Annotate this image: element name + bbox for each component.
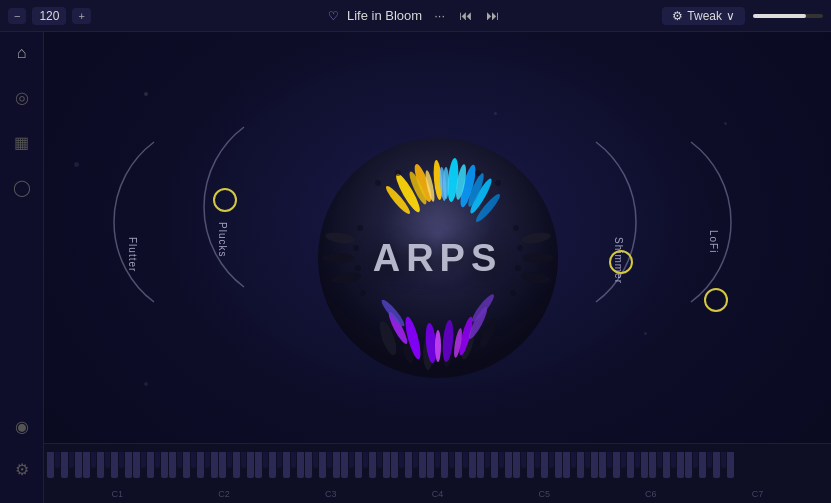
piano-key[interactable] xyxy=(219,452,226,478)
piano-key[interactable] xyxy=(413,452,418,468)
piano-key[interactable] xyxy=(319,452,326,478)
piano-key[interactable] xyxy=(657,452,662,468)
piano-key[interactable] xyxy=(441,452,448,478)
piano-key[interactable] xyxy=(607,452,612,468)
piano-key[interactable] xyxy=(305,452,312,478)
piano-key[interactable] xyxy=(255,452,262,478)
piano-key[interactable] xyxy=(549,452,554,468)
piano-key[interactable] xyxy=(61,452,68,478)
piano-key[interactable] xyxy=(677,452,684,478)
piano-key[interactable] xyxy=(599,452,606,478)
piano-key[interactable] xyxy=(155,452,160,468)
piano-key[interactable] xyxy=(183,452,190,478)
piano-key[interactable] xyxy=(125,452,132,478)
piano-key[interactable] xyxy=(291,452,296,468)
library-icon[interactable]: ▦ xyxy=(10,129,33,156)
piano-key[interactable] xyxy=(47,452,54,478)
piano-key[interactable] xyxy=(693,452,698,468)
bpm-plus-button[interactable]: + xyxy=(72,8,90,24)
piano-key[interactable] xyxy=(313,452,318,468)
piano-key[interactable] xyxy=(369,452,376,478)
volume-slider[interactable] xyxy=(753,14,823,18)
piano-key[interactable] xyxy=(513,452,520,478)
piano-key[interactable] xyxy=(663,452,670,478)
favorite-icon[interactable]: ♡ xyxy=(328,9,339,23)
piano-key[interactable] xyxy=(355,452,362,478)
piano-key[interactable] xyxy=(327,452,332,468)
settings-icon[interactable]: ⚙ xyxy=(11,456,33,483)
piano-key[interactable] xyxy=(55,452,60,468)
piano-key[interactable] xyxy=(91,452,96,468)
piano-key[interactable] xyxy=(585,452,590,468)
piano-key[interactable] xyxy=(727,452,734,478)
piano-key[interactable] xyxy=(69,452,74,468)
next-button[interactable]: ⏭ xyxy=(482,6,503,25)
piano-key[interactable] xyxy=(535,452,540,468)
piano-key[interactable] xyxy=(469,452,476,478)
piano-key[interactable] xyxy=(283,452,290,478)
piano-key[interactable] xyxy=(399,452,404,468)
piano-key[interactable] xyxy=(491,452,498,478)
piano-key[interactable] xyxy=(197,452,204,478)
piano-key[interactable] xyxy=(277,452,282,468)
piano-key[interactable] xyxy=(141,452,146,468)
piano-key[interactable] xyxy=(341,452,348,478)
piano-key[interactable] xyxy=(591,452,598,478)
home-icon[interactable]: ⌂ xyxy=(13,40,31,66)
piano-key[interactable] xyxy=(263,452,268,468)
piano-key[interactable] xyxy=(641,452,648,478)
piano-key[interactable] xyxy=(211,452,218,478)
piano-key[interactable] xyxy=(721,452,726,468)
piano-key[interactable] xyxy=(499,452,504,468)
piano-key[interactable] xyxy=(133,452,140,478)
piano-key[interactable] xyxy=(363,452,368,468)
piano-key[interactable] xyxy=(241,452,246,468)
piano-key[interactable] xyxy=(111,452,118,478)
piano-key[interactable] xyxy=(177,452,182,468)
piano-key[interactable] xyxy=(333,452,340,478)
piano-key[interactable] xyxy=(621,452,626,468)
piano-key[interactable] xyxy=(269,452,276,478)
piano-key[interactable] xyxy=(613,452,620,478)
piano-keyboard[interactable]: C1 C2 C3 C4 C5 C6 C7 xyxy=(44,443,831,503)
piano-key[interactable] xyxy=(419,452,426,478)
piano-key[interactable] xyxy=(377,452,382,468)
piano-key[interactable] xyxy=(463,452,468,468)
piano-key[interactable] xyxy=(627,452,634,478)
piano-key[interactable] xyxy=(527,452,534,478)
piano-key[interactable] xyxy=(119,452,124,468)
tweak-button[interactable]: ⚙ Tweak ∨ xyxy=(662,7,745,25)
piano-key[interactable] xyxy=(449,452,454,468)
piano-key[interactable] xyxy=(477,452,484,478)
dots-menu-button[interactable]: ··· xyxy=(430,6,449,25)
piano-key[interactable] xyxy=(671,452,676,468)
piano-key[interactable] xyxy=(577,452,584,478)
piano-key[interactable] xyxy=(169,452,176,478)
piano-key[interactable] xyxy=(699,452,706,478)
piano-key[interactable] xyxy=(391,452,398,478)
piano-key[interactable] xyxy=(505,452,512,478)
learn-icon[interactable]: ◉ xyxy=(11,413,33,440)
profile-icon[interactable]: ◯ xyxy=(9,174,35,201)
piano-key[interactable] xyxy=(713,452,720,478)
piano-key[interactable] xyxy=(75,452,82,478)
piano-key[interactable] xyxy=(147,452,154,478)
piano-key[interactable] xyxy=(233,452,240,478)
piano-key[interactable] xyxy=(105,452,110,468)
sphere-visualizer[interactable]: // We'll place spikes via SVG elements b… xyxy=(298,118,578,398)
prev-button[interactable]: ⏮ xyxy=(455,6,476,25)
piano-key[interactable] xyxy=(191,452,196,468)
piano-key[interactable] xyxy=(97,452,104,478)
piano-key[interactable] xyxy=(161,452,168,478)
piano-key[interactable] xyxy=(541,452,548,478)
piano-key[interactable] xyxy=(427,452,434,478)
piano-key[interactable] xyxy=(635,452,640,468)
piano-key[interactable] xyxy=(485,452,490,468)
piano-key[interactable] xyxy=(83,452,90,478)
piano-key[interactable] xyxy=(297,452,304,478)
piano-key[interactable] xyxy=(227,452,232,468)
piano-key[interactable] xyxy=(383,452,390,478)
piano-key[interactable] xyxy=(205,452,210,468)
piano-key[interactable] xyxy=(405,452,412,478)
piano-key[interactable] xyxy=(455,452,462,478)
